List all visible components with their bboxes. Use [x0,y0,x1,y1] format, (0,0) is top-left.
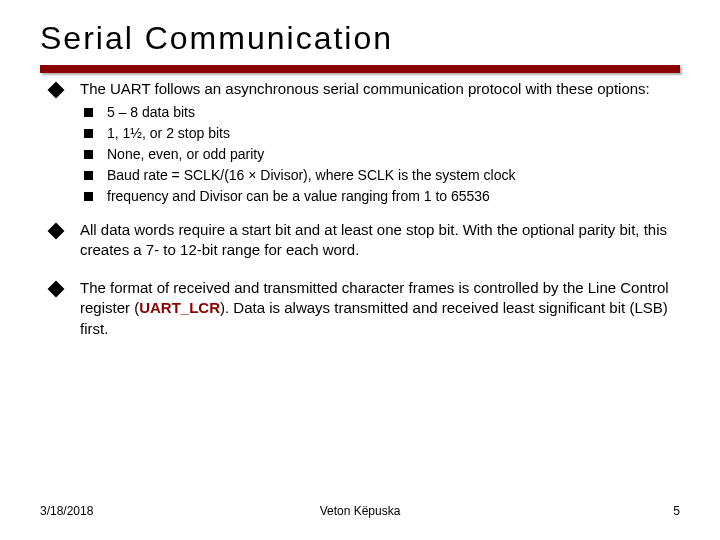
square-bullet-icon [84,192,93,201]
sub-bullet-text: 1, 1½, or 2 stop bits [107,124,680,143]
diamond-bullet-icon [48,82,65,99]
bullet-item: All data words require a start bit and a… [50,220,680,261]
sub-bullet-text: Baud rate = SCLK/(16 × Divisor), where S… [107,166,680,185]
square-bullet-icon [84,108,93,117]
bullet-text: The format of received and transmitted c… [80,278,680,339]
diamond-bullet-icon [48,281,65,298]
slide-title: Serial Communication [40,20,680,57]
bullet-item: The UART follows an asynchronous serial … [50,79,680,99]
title-underline [40,65,680,73]
sub-bullet-item: frequency and Divisor can be a value ran… [84,187,680,206]
sub-bullet-list: 5 – 8 data bits 1, 1½, or 2 stop bits No… [84,103,680,205]
bullet-text: All data words require a start bit and a… [80,220,680,261]
sub-bullet-item: Baud rate = SCLK/(16 × Divisor), where S… [84,166,680,185]
square-bullet-icon [84,171,93,180]
sub-bullet-item: 1, 1½, or 2 stop bits [84,124,680,143]
square-bullet-icon [84,129,93,138]
sub-bullet-text: frequency and Divisor can be a value ran… [107,187,680,206]
bullet-text: The UART follows an asynchronous serial … [80,79,680,99]
diamond-bullet-icon [48,222,65,239]
sub-bullet-item: None, even, or odd parity [84,145,680,164]
sub-bullet-text: 5 – 8 data bits [107,103,680,122]
sub-bullet-item: 5 – 8 data bits [84,103,680,122]
bullet-item: The format of received and transmitted c… [50,278,680,339]
footer-date: 3/18/2018 [40,504,253,518]
register-name: UART_LCR [139,299,220,316]
square-bullet-icon [84,150,93,159]
footer-page-number: 5 [467,504,680,518]
slide-footer: 3/18/2018 Veton Këpuska 5 [40,504,680,518]
footer-author: Veton Këpuska [253,504,466,518]
sub-bullet-text: None, even, or odd parity [107,145,680,164]
slide-content: The UART follows an asynchronous serial … [40,79,680,339]
